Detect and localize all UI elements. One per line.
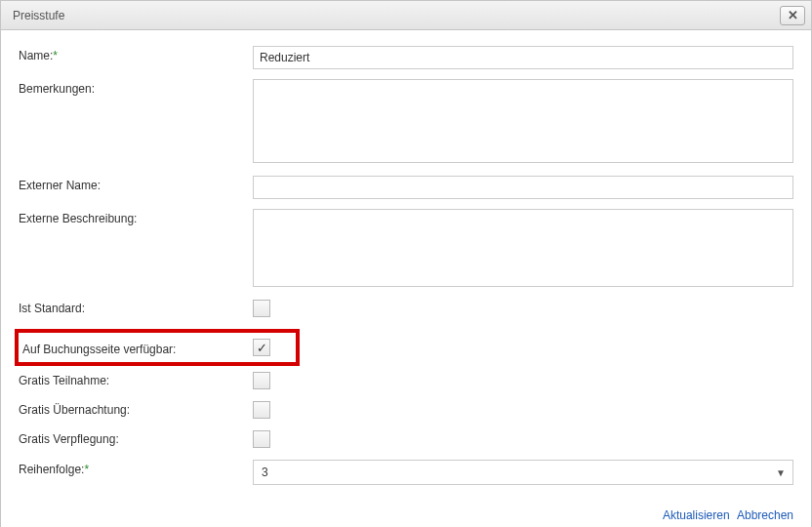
label-booking-available: Auf Buchungsseite verfügbar: bbox=[19, 340, 253, 356]
remarks-textarea[interactable] bbox=[253, 79, 793, 163]
label-free-accommodation: Gratis Übernachtung: bbox=[19, 403, 253, 417]
close-icon: ✕ bbox=[788, 8, 798, 22]
label-external-name: Externer Name: bbox=[19, 176, 253, 192]
cancel-link[interactable]: Abbrechen bbox=[737, 508, 793, 522]
label-free-participation: Gratis Teilnahme: bbox=[19, 374, 253, 387]
dialog-content: Name:* Bemerkungen: Externer Name: Exter… bbox=[1, 30, 811, 503]
label-name: Name:* bbox=[19, 46, 253, 62]
row-remarks: Bemerkungen: bbox=[19, 79, 793, 166]
order-select[interactable]: ▼ bbox=[253, 460, 793, 485]
booking-available-checkbox[interactable]: ✓ bbox=[253, 339, 270, 356]
label-free-catering: Gratis Verpflegung: bbox=[19, 432, 253, 446]
label-order: Reihenfolge:* bbox=[19, 460, 253, 476]
free-catering-checkbox[interactable] bbox=[253, 430, 270, 448]
close-button[interactable]: ✕ bbox=[780, 6, 805, 25]
row-external-name: Externer Name: bbox=[19, 176, 793, 199]
row-booking-available-highlight: Auf Buchungsseite verfügbar: ✓ bbox=[15, 329, 300, 366]
free-participation-checkbox[interactable] bbox=[253, 372, 270, 389]
row-name: Name:* bbox=[19, 46, 793, 69]
checkmark-icon: ✓ bbox=[257, 341, 267, 355]
order-select-input[interactable] bbox=[253, 460, 793, 485]
row-free-participation: Gratis Teilnahme: bbox=[19, 372, 793, 389]
dialog-title: Preisstufe bbox=[13, 9, 64, 22]
label-external-desc: Externe Beschreibung: bbox=[19, 209, 253, 225]
row-order: Reihenfolge:* ▼ bbox=[19, 460, 793, 485]
dialog-footer: Aktualisieren Abbrechen bbox=[1, 503, 811, 527]
update-link[interactable]: Aktualisieren bbox=[663, 508, 730, 522]
dialog-titlebar: Preisstufe ✕ bbox=[1, 1, 811, 30]
free-accommodation-checkbox[interactable] bbox=[253, 401, 270, 419]
is-standard-checkbox[interactable] bbox=[253, 300, 270, 317]
external-name-input[interactable] bbox=[253, 176, 793, 199]
label-remarks: Bemerkungen: bbox=[19, 79, 253, 96]
row-free-catering: Gratis Verpflegung: bbox=[19, 430, 793, 448]
label-is-standard: Ist Standard: bbox=[19, 302, 253, 315]
name-input[interactable] bbox=[253, 46, 793, 69]
row-free-accommodation: Gratis Übernachtung: bbox=[19, 401, 793, 419]
price-tier-dialog: Preisstufe ✕ Name:* Bemerkungen: Externe… bbox=[0, 0, 812, 527]
external-desc-textarea[interactable] bbox=[253, 209, 793, 287]
row-is-standard: Ist Standard: bbox=[19, 300, 793, 317]
row-external-desc: Externe Beschreibung: bbox=[19, 209, 793, 290]
